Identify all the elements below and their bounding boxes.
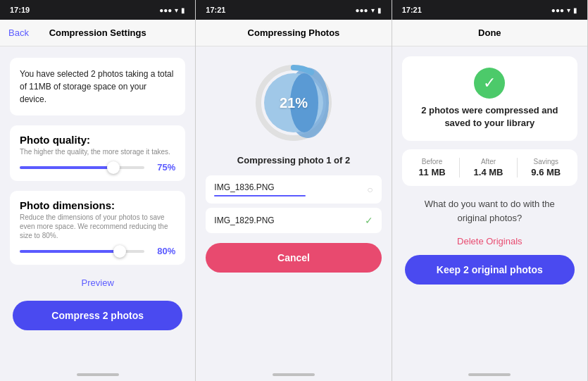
- info-box: You have selected 2 photos taking a tota…: [10, 58, 185, 115]
- home-indicator-3: [392, 368, 587, 381]
- nav-bar-3: Done: [392, 20, 587, 46]
- delete-originals-link[interactable]: Delete Originals: [402, 236, 577, 246]
- after-label: After: [481, 158, 496, 165]
- home-bar-3: [468, 373, 511, 376]
- dimensions-section: Photo dimensions: Reduce the dimensions …: [10, 191, 185, 265]
- dimensions-label: Photo dimensions:: [20, 199, 175, 211]
- dimensions-slider-fill: [20, 250, 120, 253]
- battery-icon-3: ▮: [573, 6, 577, 14]
- file-name-2: IMG_1829.PNG: [214, 216, 364, 225]
- dimensions-slider-track[interactable]: [20, 250, 144, 253]
- dimensions-sub: Reduce the dimensions of your photos to …: [20, 213, 175, 240]
- dimensions-value: 80%: [150, 246, 175, 256]
- home-bar-2: [273, 373, 315, 376]
- after-stat: After 1.4 MB: [474, 158, 503, 177]
- success-text: 2 photos were compressed and saved to yo…: [412, 104, 568, 130]
- screen1-content: You have selected 2 photos taking a tota…: [0, 46, 195, 368]
- battery-icon: ▮: [181, 6, 185, 14]
- success-check-icon: ✓: [474, 68, 505, 99]
- savings-value: 9.6 MB: [531, 167, 561, 177]
- nav-bar-1: Back Compression Settings: [0, 20, 195, 46]
- status-bar-2: 17:21 ●●● ▾ ▮: [196, 0, 391, 20]
- file-name-1: IMG_1836.PNG: [214, 182, 367, 192]
- back-button[interactable]: Back: [8, 27, 29, 38]
- home-indicator-2: [196, 368, 391, 381]
- success-box: ✓ 2 photos were compressed and saved to …: [402, 56, 577, 141]
- wifi-icon-3: ▾: [567, 6, 570, 14]
- nav-bar-2: Compressing Photos: [196, 20, 391, 46]
- file-info-1: IMG_1836.PNG: [214, 182, 367, 196]
- screen3-content: ✓ 2 photos were compressed and saved to …: [392, 46, 587, 368]
- quality-slider-thumb[interactable]: [107, 161, 120, 174]
- preview-link[interactable]: Preview: [10, 275, 185, 291]
- compression-status-text: Compressing photo 1 of 2: [237, 155, 350, 165]
- file-row-2: IMG_1829.PNG ✓: [206, 208, 381, 233]
- quality-value: 75%: [150, 162, 175, 173]
- cancel-button[interactable]: Cancel: [206, 243, 381, 273]
- stat-divider-1: [459, 158, 460, 177]
- checkmark-icon-1: ○: [367, 184, 373, 195]
- quality-slider-row: 75%: [20, 162, 175, 173]
- status-icons-1: ●●● ▾ ▮: [159, 6, 185, 14]
- wifi-icon-2: ▾: [371, 6, 375, 14]
- status-time-1: 17:19: [10, 6, 30, 14]
- progress-circle: 21%: [251, 61, 336, 145]
- progress-text: 21%: [280, 95, 308, 111]
- file-progress-bar: [214, 195, 306, 196]
- screen-done: 17:21 ●●● ▾ ▮ Done ✓ 2 photos were compr…: [392, 0, 588, 381]
- keep-originals-button[interactable]: Keep 2 original photos: [405, 255, 575, 285]
- screen-compression-settings: 17:19 ●●● ▾ ▮ Back Compression Settings …: [0, 0, 196, 381]
- home-indicator-1: [0, 368, 195, 381]
- signal-icon: ●●●: [159, 6, 172, 14]
- status-bar-1: 17:19 ●●● ▾ ▮: [0, 0, 195, 20]
- quality-label: Photo quality:: [20, 134, 175, 146]
- quality-slider-fill: [20, 166, 113, 169]
- dimensions-slider-row: 80%: [20, 246, 175, 256]
- signal-icon-2: ●●●: [356, 6, 368, 14]
- files-list: IMG_1836.PNG ○ IMG_1829.PNG ✓: [206, 175, 381, 233]
- before-value: 11 MB: [418, 167, 445, 177]
- savings-label: Savings: [533, 158, 558, 165]
- checkmark-icon-2: ✓: [365, 215, 373, 226]
- wifi-icon: ▾: [175, 6, 178, 14]
- nav-title-1: Compression Settings: [49, 27, 146, 38]
- savings-stat: Savings 9.6 MB: [531, 158, 561, 177]
- status-icons-3: ●●● ▾ ▮: [551, 6, 577, 14]
- home-bar-1: [77, 373, 119, 376]
- question-text: What do you want to do with the original…: [402, 194, 577, 227]
- nav-title-2: Compressing Photos: [248, 27, 340, 38]
- stat-divider-2: [517, 158, 518, 177]
- file-info-2: IMG_1829.PNG: [214, 216, 364, 225]
- after-value: 1.4 MB: [474, 167, 503, 177]
- s2-main: 21% Compressing photo 1 of 2 IMG_1836.PN…: [196, 46, 391, 282]
- info-text: You have selected 2 photos taking a tota…: [20, 69, 173, 104]
- dimensions-slider-thumb[interactable]: [113, 245, 126, 258]
- quality-slider-track[interactable]: [20, 166, 144, 169]
- s3-main: ✓ 2 photos were compressed and saved to …: [392, 46, 587, 294]
- quality-sub: The higher the quality, the more storage…: [20, 147, 175, 156]
- status-icons-2: ●●● ▾ ▮: [356, 6, 382, 14]
- compress-button[interactable]: Compress 2 photos: [13, 301, 182, 330]
- quality-section: Photo quality: The higher the quality, t…: [10, 125, 185, 181]
- file-row-1: IMG_1836.PNG ○: [206, 175, 381, 204]
- screen-compressing: 17:21 ●●● ▾ ▮ Compressing Photos: [196, 0, 392, 381]
- nav-title-3: Done: [478, 27, 501, 38]
- stats-box: Before 11 MB After 1.4 MB Savings 9.6 MB: [402, 149, 577, 186]
- status-time-3: 17:21: [402, 6, 422, 14]
- signal-icon-3: ●●●: [551, 6, 564, 14]
- s1-main: You have selected 2 photos taking a tota…: [0, 46, 195, 342]
- status-time-2: 17:21: [206, 6, 225, 14]
- screen2-content: 21% Compressing photo 1 of 2 IMG_1836.PN…: [196, 46, 391, 368]
- status-bar-3: 17:21 ●●● ▾ ▮: [392, 0, 587, 20]
- before-stat: Before 11 MB: [418, 158, 445, 177]
- before-label: Before: [422, 158, 442, 165]
- battery-icon-2: ▮: [377, 6, 382, 14]
